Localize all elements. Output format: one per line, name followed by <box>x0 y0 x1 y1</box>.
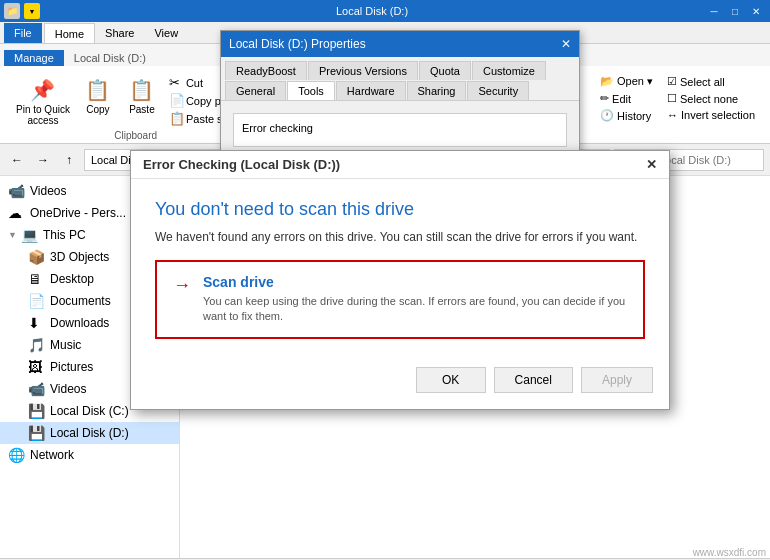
paste-shortcut-icon: 📋 <box>169 111 183 126</box>
error-checking-section: Error checking <box>233 113 567 147</box>
error-dialog-title-text: Error Checking (Local Disk (D:)) <box>143 157 340 172</box>
copy-button[interactable]: 📋 Copy <box>78 74 118 117</box>
network-icon: 🌐 <box>8 447 26 463</box>
up-button[interactable]: ↑ <box>58 149 80 171</box>
sidebar-item-disk-d[interactable]: 💾 Local Disk (D:) <box>0 422 179 444</box>
tab-hardware[interactable]: Hardware <box>336 81 406 100</box>
error-dialog-title-bar: Error Checking (Local Disk (D:)) ✕ <box>131 151 669 179</box>
back-button[interactable]: ← <box>6 149 28 171</box>
properties-dialog-tabs: ReadyBoost Previous Versions Quota Custo… <box>221 57 579 101</box>
edit-label: Edit <box>612 93 631 105</box>
properties-dialog-title: Local Disk (D:) Properties <box>229 37 366 51</box>
error-dialog-close-button[interactable]: ✕ <box>646 157 657 172</box>
title-bar-left: 📁 ▼ <box>4 3 40 19</box>
maximize-button[interactable]: □ <box>725 3 745 19</box>
disk-d-icon: 💾 <box>28 425 46 441</box>
paste-icon: 📋 <box>128 76 156 104</box>
copy-icon: 📋 <box>84 76 112 104</box>
tab-manage[interactable]: Manage <box>4 50 64 66</box>
videos-icon: 📹 <box>28 381 46 397</box>
sidebar-item-label: OneDrive - Pers... <box>30 206 126 220</box>
main-window: 📁 ▼ Local Disk (D:) ─ □ ✕ File Home Shar… <box>0 0 770 560</box>
minimize-button[interactable]: ─ <box>704 3 724 19</box>
close-button[interactable]: ✕ <box>746 3 766 19</box>
edit-button[interactable]: ✏ Edit <box>597 91 656 106</box>
open-label: Open ▾ <box>617 75 653 88</box>
disk-c-icon: 💾 <box>28 403 46 419</box>
sidebar-item-label: Videos <box>50 382 86 396</box>
copy-path-icon: 📄 <box>169 93 183 108</box>
select-all-icon: ☑ <box>667 75 677 88</box>
tab-view[interactable]: View <box>144 23 188 43</box>
select-none-button[interactable]: ☐ Select none <box>664 91 758 106</box>
sidebar-item-label: 3D Objects <box>50 250 109 264</box>
error-checking-label: Error checking <box>242 122 558 134</box>
sidebar-item-label: Desktop <box>50 272 94 286</box>
history-icon: 🕐 <box>600 109 614 122</box>
invert-label: Invert selection <box>681 109 755 121</box>
quick-access-icon: ▼ <box>24 3 40 19</box>
sidebar-item-label: Downloads <box>50 316 109 330</box>
pin-label: Pin to Quickaccess <box>16 104 70 126</box>
properties-dialog-title-bar: Local Disk (D:) Properties ✕ <box>221 31 579 57</box>
history-label: History <box>617 110 651 122</box>
scan-arrow-icon: → <box>173 275 191 296</box>
pin-button[interactable]: 📌 Pin to Quickaccess <box>12 74 74 128</box>
sidebar-item-label: Pictures <box>50 360 93 374</box>
tab-home[interactable]: Home <box>44 23 95 43</box>
sidebar-item-label: This PC <box>43 228 86 242</box>
tab-share[interactable]: Share <box>95 23 144 43</box>
ok-button[interactable]: OK <box>416 367 486 393</box>
sidebar-item-label: Music <box>50 338 81 352</box>
cancel-button[interactable]: Cancel <box>494 367 573 393</box>
paste-label: Paste <box>129 104 155 115</box>
window-title: Local Disk (D:) <box>40 5 704 17</box>
edit-icon: ✏ <box>600 92 609 105</box>
cut-label: Cut <box>186 77 203 89</box>
onedrive-icon: ☁ <box>8 205 26 221</box>
select-none-label: Select none <box>680 93 738 105</box>
clipboard-label: Clipboard <box>114 130 157 143</box>
select-all-button[interactable]: ☑ Select all <box>664 74 758 89</box>
tab-general[interactable]: General <box>225 81 286 100</box>
error-dialog-description: We haven't found any errors on this driv… <box>155 230 645 244</box>
properties-close-button[interactable]: ✕ <box>561 37 571 51</box>
open-group: 📂 Open ▾ ✏ Edit 🕐 History <box>597 74 656 139</box>
tab-quota[interactable]: Quota <box>419 61 471 80</box>
sidebar-item-label: Local Disk (D:) <box>50 426 129 440</box>
watermark: www.wsxdfi.com <box>693 547 766 558</box>
manage-disk-label: Local Disk (D:) <box>64 50 156 66</box>
thispc-icon: 💻 <box>21 227 39 243</box>
scan-option-title: Scan drive <box>203 274 627 290</box>
open-icon: 📂 <box>600 75 614 88</box>
pictures-icon: 🖼 <box>28 359 46 375</box>
tab-file[interactable]: File <box>4 23 42 43</box>
app-icon: 📁 <box>4 3 20 19</box>
tab-tools[interactable]: Tools <box>287 81 335 100</box>
sidebar-item-network[interactable]: 🌐 Network <box>0 444 179 466</box>
tab-security[interactable]: Security <box>467 81 529 100</box>
sidebar-item-label: Documents <box>50 294 111 308</box>
cut-icon: ✂ <box>169 75 183 90</box>
tab-previous-versions[interactable]: Previous Versions <box>308 61 418 80</box>
invert-selection-button[interactable]: ↔ Invert selection <box>664 108 758 122</box>
tab-sharing[interactable]: Sharing <box>407 81 467 100</box>
error-dialog-footer: OK Cancel Apply <box>131 359 669 409</box>
3dobjects-icon: 📦 <box>28 249 46 265</box>
history-button[interactable]: 🕐 History <box>597 108 656 123</box>
tab-customize[interactable]: Customize <box>472 61 546 80</box>
open-button[interactable]: 📂 Open ▾ <box>597 74 656 89</box>
title-bar: 📁 ▼ Local Disk (D:) ─ □ ✕ <box>0 0 770 22</box>
sidebar-item-label: Videos <box>30 184 66 198</box>
scan-drive-option[interactable]: → Scan drive You can keep using the driv… <box>155 260 645 339</box>
select-group: ☑ Select all ☐ Select none ↔ Invert sele… <box>664 74 758 139</box>
error-dialog: Error Checking (Local Disk (D:)) ✕ You d… <box>130 150 670 410</box>
downloads-icon: ⬇ <box>28 315 46 331</box>
forward-button[interactable]: → <box>32 149 54 171</box>
tab-readyboost[interactable]: ReadyBoost <box>225 61 307 80</box>
documents-icon: 📄 <box>28 293 46 309</box>
select-all-label: Select all <box>680 76 725 88</box>
paste-button[interactable]: 📋 Paste <box>122 74 162 117</box>
sidebar-item-label: Network <box>30 448 74 462</box>
invert-icon: ↔ <box>667 109 678 121</box>
